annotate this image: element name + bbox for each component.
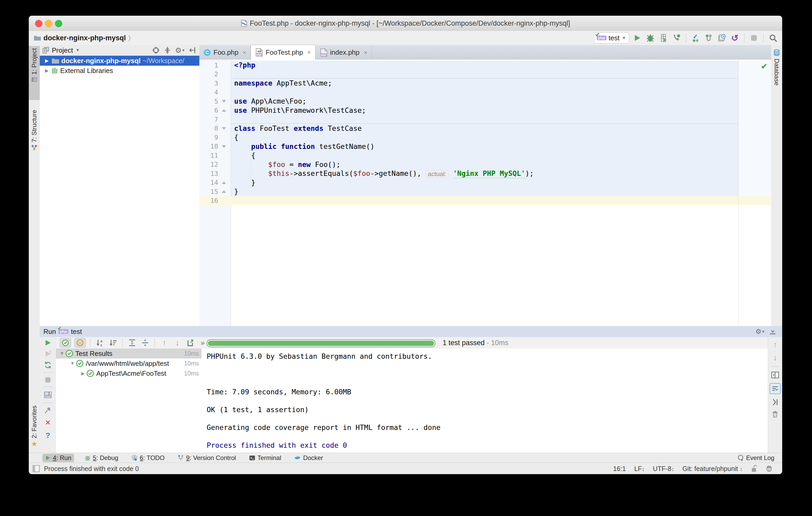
help-button[interactable]: ?	[46, 431, 50, 440]
toolwindow-debug-button[interactable]: 5: Debug	[82, 454, 121, 462]
gutter-row[interactable]: 7	[199, 115, 231, 124]
chevron-down-icon[interactable]: ▼	[76, 48, 80, 53]
split-console-button[interactable]	[771, 371, 779, 379]
breadcrumb[interactable]: docker-nginx-php-mysql 〉	[29, 34, 131, 42]
previous-occurrence-button[interactable]: ↑	[159, 338, 169, 347]
toolwindow-docker-button[interactable]: Docker	[292, 454, 326, 462]
tab-index-php[interactable]: php index.php ×	[316, 45, 372, 60]
gear-icon[interactable]: ⚙▼	[755, 327, 765, 336]
code-line[interactable]: class FooTest extends TestCase	[234, 124, 771, 133]
rerun-button[interactable]	[44, 339, 52, 346]
tab-foo-php[interactable]: C Foo.php ×	[199, 45, 251, 60]
project-tree-row-external-libraries[interactable]: ▶ External Libraries	[40, 66, 199, 76]
vcs-commit-button[interactable]	[704, 33, 714, 43]
pin-tab-button[interactable]	[44, 407, 52, 414]
hector-inspections-icon[interactable]	[765, 465, 773, 472]
gutter-row[interactable]: 3	[199, 79, 231, 88]
sort-alphabetically-button[interactable]: az	[95, 338, 105, 347]
toggle-auto-test-button[interactable]	[44, 361, 52, 369]
gutter-row[interactable]: 8	[199, 124, 231, 133]
fold-marker-icon[interactable]	[222, 127, 226, 130]
vcs-update-button[interactable]	[691, 33, 701, 43]
code-text[interactable]: <?phpnamespace AppTest\Acme;use App\Acme…	[234, 61, 771, 205]
code-line[interactable]: use PHPUnit\Framework\TestCase;	[234, 106, 771, 115]
stop-button[interactable]	[749, 33, 759, 43]
clear-console-button[interactable]	[771, 410, 779, 418]
code-editor[interactable]: 12345678910111213141516 <?phpnamespace A…	[199, 60, 771, 326]
listen-debug-connections-button[interactable]	[671, 33, 682, 43]
restore-layout-button[interactable]	[44, 391, 52, 399]
gutter-row[interactable]: 4	[199, 88, 231, 97]
code-line[interactable]	[234, 115, 771, 124]
close-tab-icon[interactable]: ×	[306, 49, 311, 56]
fold-marker-icon[interactable]	[222, 145, 226, 148]
status-message[interactable]: Process finished with exit code 0	[44, 465, 139, 472]
run-console[interactable]: PHPUnit 6.3.0 by Sebastian Bergmann and …	[201, 348, 768, 453]
gutter-row[interactable]: 13	[199, 169, 231, 178]
fold-marker-icon[interactable]	[222, 100, 226, 103]
export-test-results-button[interactable]	[185, 338, 196, 347]
test-tree-row-root[interactable]: ▼ Test Results 10ms	[56, 348, 201, 359]
close-tab-icon[interactable]: ×	[241, 49, 246, 56]
scroll-down-icon[interactable]: ↓	[773, 353, 777, 362]
gutter-row[interactable]: 1	[199, 61, 231, 70]
stripe-structure-button[interactable]: 7: Structure	[29, 108, 40, 170]
gutter-row[interactable]: 10	[199, 142, 231, 151]
fold-marker-icon[interactable]	[222, 109, 226, 112]
code-line[interactable]: <?php	[234, 61, 771, 70]
toolwindow-terminal-button[interactable]: Terminal	[246, 454, 284, 462]
expander-icon[interactable]: ▶	[44, 58, 50, 64]
locate-file-icon[interactable]	[152, 46, 160, 54]
show-ignored-toggle[interactable]	[74, 338, 86, 348]
search-everywhere-button[interactable]	[768, 33, 778, 43]
git-branch-widget[interactable]: Git: feature/phpunit ↕	[682, 465, 743, 472]
code-line[interactable]: use App\Acme\Foo;	[234, 97, 771, 106]
collapse-all-icon[interactable]	[164, 46, 171, 54]
code-line[interactable]	[234, 88, 771, 97]
line-separator-widget[interactable]: LF↕	[634, 465, 644, 472]
caret-position-widget[interactable]: 16:1	[613, 465, 626, 472]
run-configuration-select[interactable]: php test ▼	[594, 32, 629, 44]
gutter-row[interactable]: 11	[199, 151, 231, 160]
test-tree-row-class[interactable]: ▶ AppTest\Acme\FooTest 10ms	[56, 368, 201, 378]
stripe-project-button[interactable]: 1: Project	[29, 46, 40, 100]
code-line[interactable]: public function testGetName()	[234, 142, 771, 151]
scroll-up-icon[interactable]: ↑	[773, 340, 777, 349]
expander-icon[interactable]: ▼	[69, 361, 76, 366]
code-line[interactable]: {	[234, 151, 771, 160]
debug-button[interactable]	[645, 33, 655, 43]
gutter-row[interactable]: 5	[199, 97, 231, 106]
code-line[interactable]: }	[234, 187, 771, 196]
test-tree-row-suite[interactable]: ▼ /var/www/html/web/app/test 10ms	[56, 359, 201, 368]
gutter-row[interactable]: 16	[199, 196, 231, 205]
inspection-ok-icon[interactable]: ✔	[761, 62, 767, 71]
close-tab-icon[interactable]: ×	[362, 49, 367, 56]
toolwindow-switcher-icon[interactable]	[32, 465, 40, 472]
gutter-row[interactable]: 6	[199, 106, 231, 115]
project-tree-row-root[interactable]: ▶ docker-nginx-php-mysql ~/Workspace/	[40, 56, 199, 66]
next-occurrence-button[interactable]: ↓	[172, 338, 182, 347]
scroll-to-end-button[interactable]	[771, 398, 779, 406]
fold-marker-icon[interactable]	[222, 181, 226, 184]
toolwindow-todo-button[interactable]: 6: TODO	[129, 454, 167, 462]
vcs-rollback-button[interactable]: ↺	[730, 33, 740, 43]
toolwindow-version-control-button[interactable]: 9: Version Control	[175, 454, 239, 462]
code-line[interactable]: $this->assertEquals($foo->getName(), act…	[234, 169, 771, 178]
stop-button[interactable]	[45, 377, 51, 383]
gear-icon[interactable]: ⚙▼	[175, 46, 185, 55]
fold-marker-icon[interactable]	[222, 190, 226, 193]
expander-icon[interactable]: ▶	[44, 68, 50, 74]
code-line[interactable]: $foo = new Foo();	[234, 160, 771, 169]
vcs-history-button[interactable]	[717, 33, 727, 43]
expander-icon[interactable]: ▼	[59, 351, 65, 356]
code-line[interactable]: }	[234, 178, 771, 188]
toolwindow-run-button[interactable]: 4: Run	[42, 454, 74, 462]
code-line[interactable]	[234, 196, 771, 205]
hide-tool-window-icon[interactable]	[769, 328, 776, 335]
code-line[interactable]	[234, 70, 771, 79]
tab-footest-php[interactable]: php FooTest.php ×	[251, 45, 315, 60]
test-results-tree[interactable]: ▼ Test Results 10ms ▼ /var/www/html/web/…	[56, 348, 202, 453]
gutter-row[interactable]: 15	[199, 187, 231, 196]
rerun-failed-tests-button[interactable]: !	[44, 350, 52, 357]
event-log-widget[interactable]: Event Log	[737, 454, 782, 462]
